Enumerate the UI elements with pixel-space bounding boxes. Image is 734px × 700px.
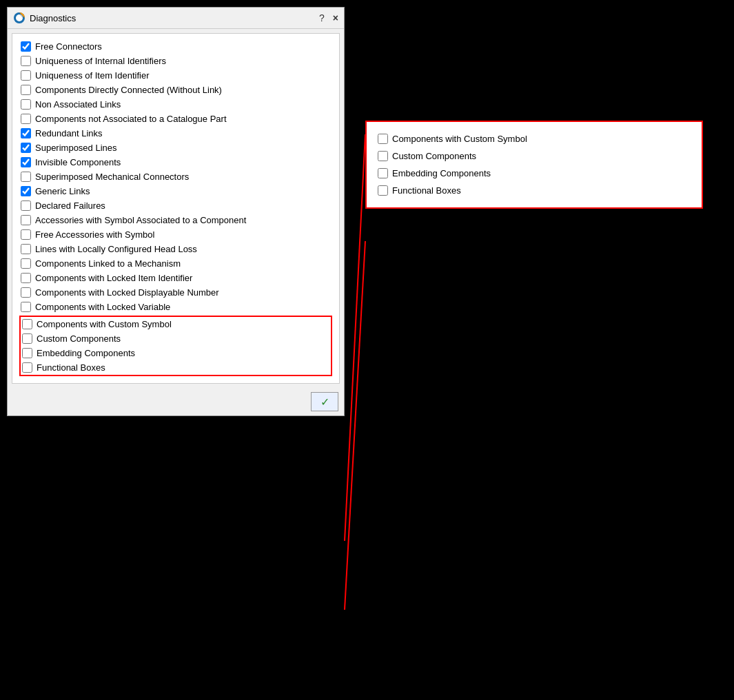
cb-lines-locally[interactable] [21,244,31,254]
checkbox-item[interactable]: Components with Locked Variable [19,300,332,314]
cb-generic-links[interactable] [21,186,31,196]
cb-components-linked[interactable] [21,258,31,269]
checkbox-item[interactable]: Uniqueness of Internal Identifiers [19,54,332,68]
checkbox-item[interactable]: Non Associated Links [19,97,332,112]
cb-label: Invisible Components [35,157,121,167]
cb-components-locked-var[interactable] [21,302,31,312]
cb-accessories-symbol[interactable] [21,215,31,225]
checkbox-item[interactable]: Uniqueness of Item Identifier [19,68,332,83]
cb-label: Components not Associated to a Catalogue… [35,114,227,124]
help-button[interactable]: ? [319,12,325,23]
dialog-footer: ✓ [8,388,344,415]
checkbox-item[interactable]: Functional Boxes [21,360,331,375]
cb-label: Components Directly Connected (Without L… [35,85,222,95]
checkbox-item[interactable]: Functional Boxes [376,182,692,199]
cb-uniqueness-internal[interactable] [21,56,31,66]
cb-label: Custom Components [37,333,121,344]
checkbox-item[interactable]: Superimposed Lines [19,141,332,155]
cb-label: Components with Locked Item Identifier [35,273,192,283]
checkbox-item[interactable]: Accessories with Symbol Associated to a … [19,213,332,227]
svg-line-2 [345,134,365,541]
zoomed-panel: Components with Custom Symbol Custom Com… [365,121,703,209]
checkbox-item[interactable]: Components with Custom Symbol [21,317,331,331]
cb-label: Free Accessories with Symbol [35,229,154,240]
cb-label: Components Linked to a Mechanism [35,258,181,269]
title-bar-left: Diagnostics [13,12,76,24]
checkbox-item[interactable]: Components Linked to a Mechanism [19,256,332,271]
zcb-label: Functional Boxes [392,185,461,196]
cb-free-accessories[interactable] [21,229,31,240]
cb-superimposed-lines[interactable] [21,143,31,153]
title-bar-controls: ? × [319,12,338,23]
checkbox-item[interactable]: Free Accessories with Symbol [19,227,332,242]
cb-label: Generic Links [35,186,90,196]
cb-label: Uniqueness of Item Identifier [35,70,149,81]
cb-declared-failures[interactable] [21,200,31,211]
cb-free-connectors-label: Free Connectors [35,41,102,52]
cb-free-connectors[interactable] [21,41,31,52]
cb-label: Functional Boxes [37,362,105,373]
checkbox-item[interactable]: Custom Components [376,147,692,165]
zcb-custom-symbol[interactable] [378,134,388,144]
checkbox-item[interactable]: Custom Components [21,331,331,346]
cb-label: Redundant Links [35,128,103,138]
cb-label: Components with Locked Variable [35,302,170,312]
title-bar: Diagnostics ? × [8,8,344,29]
checkbox-item[interactable]: Redundant Links [19,126,332,141]
zcb-embedding-components[interactable] [378,168,388,178]
svg-line-3 [345,241,365,610]
cb-components-direct[interactable] [21,85,31,95]
checkbox-item[interactable]: Components with Locked Item Identifier [19,271,332,285]
checkbox-item[interactable]: Generic Links [19,184,332,198]
checkbox-item[interactable]: Superimposed Mechanical Connectors [19,169,332,184]
zcb-functional-boxes[interactable] [378,185,388,196]
dialog-body: Free Connectors Uniqueness of Internal I… [12,33,340,384]
checkbox-item[interactable]: Embedding Components [21,346,331,360]
checkbox-item[interactable]: Components with Custom Symbol [376,130,692,147]
cb-label: Components with Custom Symbol [37,319,172,329]
cb-custom-components[interactable] [22,333,32,344]
cb-redundant-links[interactable] [21,128,31,138]
cb-label: Lines with Locally Configured Head Loss [35,244,197,254]
diagnostics-dialog: Diagnostics ? × Free Connectors Uniquene… [7,7,345,416]
cb-invisible-components[interactable] [21,157,31,167]
ok-icon: ✓ [320,395,329,409]
cb-label: Embedding Components [37,348,135,358]
close-button[interactable]: × [333,12,338,23]
cb-label: Declared Failures [35,200,105,211]
cb-label: Superimposed Mechanical Connectors [35,172,189,182]
cb-label: Non Associated Links [35,99,121,110]
dialog-title: Diagnostics [30,13,76,23]
cb-functional-boxes[interactable] [22,362,32,373]
ok-button[interactable]: ✓ [311,392,338,411]
cb-label: Uniqueness of Internal Identifiers [35,56,166,66]
checkbox-list: Free Connectors Uniqueness of Internal I… [19,39,332,314]
cb-superimposed-mechanical[interactable] [21,172,31,182]
cb-uniqueness-item[interactable] [21,70,31,81]
zcb-label: Components with Custom Symbol [392,134,527,144]
checkbox-item[interactable]: Lines with Locally Configured Head Loss [19,242,332,256]
cb-not-associated-catalogue[interactable] [21,114,31,124]
cb-components-locked-item[interactable] [21,273,31,283]
highlighted-checkbox-group: Components with Custom Symbol Custom Com… [19,316,332,376]
cb-label: Superimposed Lines [35,143,117,153]
cb-custom-symbol[interactable] [22,319,32,329]
cb-components-locked-display[interactable] [21,287,31,298]
zcb-label: Embedding Components [392,168,491,178]
checkbox-item[interactable]: Invisible Components [19,155,332,169]
checkbox-item[interactable]: Components not Associated to a Catalogue… [19,112,332,126]
cb-embedding-components[interactable] [22,348,32,358]
checkbox-item[interactable]: Components with Locked Displayable Numbe… [19,285,332,300]
zcb-custom-components[interactable] [378,151,388,161]
checkbox-item[interactable]: Free Connectors [19,39,332,54]
cb-non-associated[interactable] [21,99,31,110]
zcb-label: Custom Components [392,151,476,161]
cb-label: Components with Locked Displayable Numbe… [35,287,219,298]
cb-label: Accessories with Symbol Associated to a … [35,215,246,225]
dialog-icon [13,12,26,24]
checkbox-item[interactable]: Components Directly Connected (Without L… [19,83,332,97]
checkbox-item[interactable]: Declared Failures [19,198,332,213]
checkbox-item[interactable]: Embedding Components [376,165,692,182]
